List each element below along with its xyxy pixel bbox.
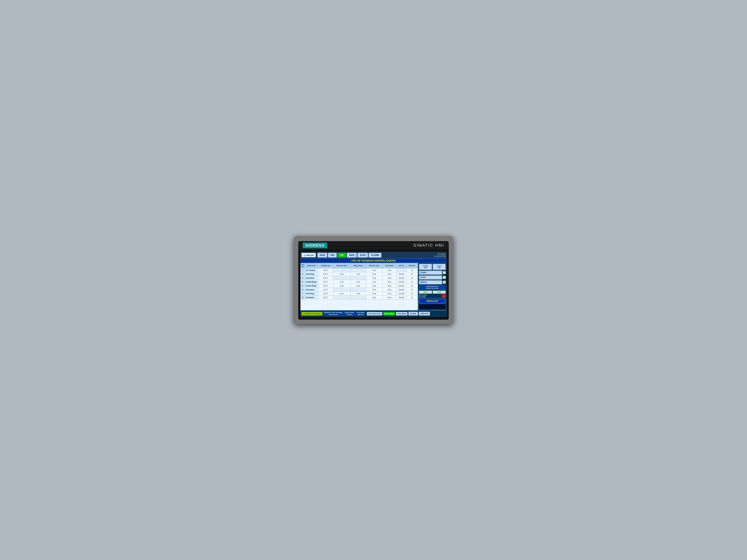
nav-button-pid[interactable]: PID: [328, 253, 337, 258]
cell-ph-6[interactable]: 0.0 pH: [396, 292, 407, 296]
logo-icon: 🌊: [303, 254, 306, 257]
cell-sicaklik-4[interactable]: 0.0 C: [318, 284, 333, 288]
cell-sicaklik-7[interactable]: 0.0 C: [318, 296, 333, 299]
table-row: 6Durulama0.0 C0 sn0 sn0.0 pH✔: [301, 288, 418, 292]
cell-ring-set-5: [333, 288, 351, 292]
stop-button[interactable]: STOP: [419, 275, 442, 279]
cell-ring-set-0: [333, 268, 351, 272]
cell-max-set-3[interactable]: 0 sn: [366, 280, 383, 284]
basinc-mod-button[interactable]: Basınç Mod: [383, 312, 395, 316]
ph-x-button[interactable]: ✕: [442, 294, 446, 298]
alarm-inputs-row: 0 sn 0 sn: [419, 291, 446, 294]
right-panel: UZUN CIP KISA CIP START STOP BEKLE: [418, 263, 446, 310]
cell-sicaklik-3[interactable]: 0.0 C: [318, 280, 333, 284]
cell-ring-set-4[interactable]: 0 sn: [333, 284, 351, 288]
screen-title: CIP1 NF YIKAMASI KONTROL EKRANI: [301, 258, 446, 263]
cell-enb-5[interactable]: ✔: [407, 288, 418, 292]
cell-faz-suresi-7[interactable]: 0 sn: [383, 296, 396, 299]
cell-ph-0: [396, 268, 407, 272]
device-body: SIEMENS SIMATIC HMI 🌊 Maybi AKIŞ PID CIP…: [294, 236, 453, 324]
alarm-val1[interactable]: 0 sn: [419, 291, 432, 294]
cell-aciklama-2: Durulama: [305, 276, 318, 280]
cell-sicaklik-6[interactable]: 0.0 C: [318, 292, 333, 296]
cell-ring-suresi-1[interactable]: 0 sn: [351, 272, 366, 276]
start-indicator: [443, 271, 446, 274]
basinc-value: 0.2 Bar: [408, 312, 418, 316]
logo-box: 🌊 Maybi: [302, 253, 316, 257]
datetime-display: 1/1/2016 11:35:11 PM: [434, 253, 445, 258]
cell-ph-7[interactable]: 0.0 pH: [396, 296, 407, 299]
cell-faz-suresi-1[interactable]: 0 sn: [383, 272, 396, 276]
cell-ring-set-1[interactable]: 0 sn: [333, 272, 351, 276]
alarm-val2[interactable]: 0 sn: [433, 291, 446, 294]
simatic-label: SIMATIC HMI: [413, 243, 444, 248]
cell-ph-2[interactable]: 0.0 pH: [396, 276, 407, 280]
cell-ph-3[interactable]: 0.0 pH: [396, 280, 407, 284]
cell-ph-1[interactable]: 0.0 pH: [396, 272, 407, 276]
otomatik-cip-button[interactable]: OTOMATİK CIP GEÇİŞİ: [302, 312, 323, 316]
table-row: 2Asit Ringi0.0 C0 sn0 sn0 sn0 sn0.0 pH✔: [301, 272, 418, 276]
cell-faz-suresi-0[interactable]: 0 sn: [383, 268, 396, 272]
cell-faz-2: 3: [301, 276, 305, 280]
nav-button-ayar[interactable]: AYAR: [357, 253, 368, 258]
cell-ring-set-6[interactable]: 0 sn: [333, 292, 351, 296]
start-button[interactable]: START: [419, 271, 442, 275]
nav-button-akis[interactable]: AKIŞ: [317, 253, 328, 258]
nav-button-alarm[interactable]: ALARM: [368, 253, 381, 258]
cell-faz-suresi-2[interactable]: 0 sn: [383, 276, 396, 280]
bekle-button[interactable]: BEKLE: [419, 280, 442, 285]
logo-text: Maybi: [306, 254, 314, 257]
table-row: 1Ön Yıkama0.0 C0 sn0 sn✔: [301, 268, 418, 272]
cell-faz-suresi-4[interactable]: 0 sn: [383, 284, 396, 288]
cell-max-set-1[interactable]: 0 sn: [366, 272, 383, 276]
nav-button-cip[interactable]: CIP: [337, 253, 346, 258]
start-row: START: [419, 271, 446, 275]
cell-sicaklik-1[interactable]: 0.0 C: [318, 272, 333, 276]
cell-ring-suresi-6[interactable]: 0 sn: [351, 292, 366, 296]
cell-max-set-0[interactable]: 0 sn: [366, 268, 383, 272]
cell-ring-set-3[interactable]: 0 sn: [333, 280, 351, 284]
cell-aciklama-6: Asit Ringi: [305, 292, 318, 296]
table-row: 7Asit Ringi0.0 C0 sn0 sn0 sn0 sn0.0 pH✔: [301, 292, 418, 296]
table-section: FAZ NO AÇIKLAMA Sıcaklık Set Ring Set Sü…: [301, 263, 418, 310]
cell-faz-5: 6: [301, 288, 305, 292]
cell-ph-5[interactable]: 0.0 pH: [396, 288, 407, 292]
cell-enb-2[interactable]: ✔: [407, 276, 418, 280]
cell-enb-6[interactable]: ✔: [407, 292, 418, 296]
cell-max-set-6[interactable]: 0 sn: [366, 292, 383, 296]
ph-row: pH ÖLÇER DEVREDE ✕: [419, 294, 446, 298]
cell-sicaklik-5[interactable]: 0.0 C: [318, 288, 333, 292]
flow-modu-button[interactable]: Flow Modu: [396, 312, 408, 316]
cell-max-set-7[interactable]: 0 sn: [366, 296, 383, 299]
uretimden-label: Üretimden CIP'e Otomatik Geçiş Seçimi: [323, 311, 343, 316]
kisa-cip-button[interactable]: KISA CIP: [433, 264, 446, 270]
urun-giris-button[interactable]: Ürün Giriş Hattı: [367, 312, 382, 316]
col-faz-no: FAZ NO: [301, 263, 305, 268]
cell-enb-3[interactable]: ✔: [407, 280, 418, 284]
cell-enb-4[interactable]: ✔: [407, 284, 418, 288]
cell-enb-0[interactable]: ✔: [407, 268, 418, 272]
cell-faz-suresi-5[interactable]: 0 sn: [383, 288, 396, 292]
cell-ring-suresi-4[interactable]: 0 sn: [351, 284, 366, 288]
nav-bar: 🌊 Maybi AKIŞ PID CIP MAN AYAR ALARM 1/1/…: [301, 252, 446, 258]
cell-faz-suresi-3[interactable]: 0 sn: [383, 280, 396, 284]
cell-enb-7[interactable]: ✔: [407, 296, 418, 299]
col-ring-set: Ring Set Süre: [333, 263, 351, 268]
mesajlar-button[interactable]: MESAJLAR: [419, 298, 446, 303]
cell-sicaklik-0[interactable]: 0.0 C: [318, 268, 333, 272]
table-row: 4Kostik Ringi0.0 C0 sn0 sn0 sn0 sn0.0 pH…: [301, 280, 418, 284]
nav-button-man[interactable]: MAN: [347, 253, 357, 258]
stop-row: STOP: [419, 275, 446, 279]
cell-ring-suresi-3[interactable]: 0 sn: [351, 280, 366, 284]
cell-max-set-2[interactable]: 0 sn: [366, 276, 383, 280]
cell-max-set-5[interactable]: 0 sn: [366, 288, 383, 292]
cell-max-set-4[interactable]: 0 sn: [366, 284, 383, 288]
uzun-cip-button[interactable]: UZUN CIP: [419, 264, 432, 270]
cell-aciklama-1: Asit Ringi: [305, 272, 318, 276]
cell-sicaklik-2[interactable]: 0.0 C: [318, 276, 333, 280]
cell-enb-1[interactable]: ✔: [407, 272, 418, 276]
cell-ph-4[interactable]: 0.0 pH: [396, 284, 407, 288]
cell-aciklama-5: Durulama: [305, 288, 318, 292]
cell-faz-suresi-6[interactable]: 0 sn: [383, 292, 396, 296]
flow-value: 0.30 m³/h: [419, 312, 430, 316]
